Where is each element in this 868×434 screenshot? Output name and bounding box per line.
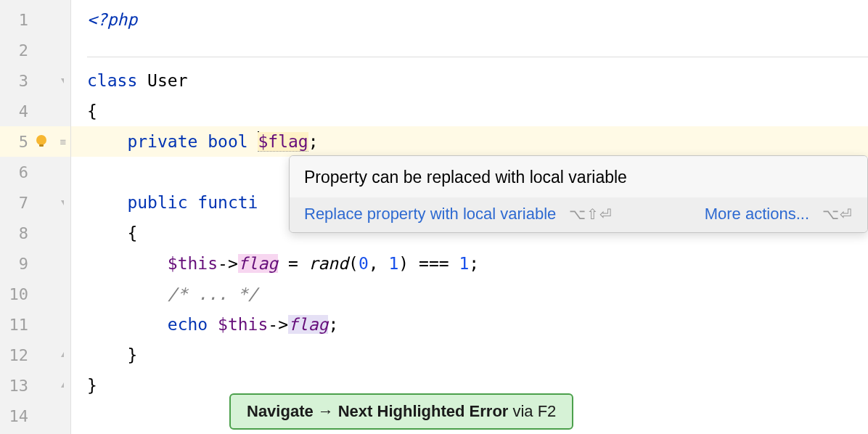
replace-property-action[interactable]: Replace property with local variable [304,205,556,224]
operator: === [409,254,459,273]
brace: } [87,376,97,395]
fold-close-icon[interactable] [59,380,69,390]
svg-point-0 [36,135,46,145]
line-number: 10 [0,279,70,309]
number: 1 [388,254,398,273]
hint-shortcut: via F2 [512,402,556,421]
line-number: 11 [0,309,70,340]
intention-bulb-icon[interactable] [33,134,49,150]
line-number: 3 [0,65,70,96]
brace: { [87,102,97,120]
code-line[interactable]: { [71,96,868,126]
tooltip-title: Property can be replaced with local vari… [290,156,867,197]
paren: ) [398,254,409,273]
arrow: -> [218,254,238,273]
keyword: class [87,71,137,90]
code-line[interactable]: /* ... */ [71,279,868,309]
operator: = [278,254,308,273]
punct: ; [328,315,338,334]
keyword: functi [197,193,258,212]
code-line[interactable]: $this->flag = rand(0, 1) === 1; [71,248,868,279]
fold-close-icon[interactable] [59,350,69,360]
shortcut-label: ⌥⇧⏎ [569,205,613,223]
line-number: 8 [0,218,70,248]
intention-menu-icon[interactable]: ≡ [60,136,66,147]
svg-rect-1 [39,144,44,147]
number: 1 [459,254,469,273]
property-highlighted: flag [238,254,278,273]
code-line[interactable]: echo $this->flag; [71,309,868,340]
line-number: 14 [0,401,70,431]
variable: $this [218,315,268,334]
variable-highlighted: $flag [258,132,308,152]
line-number: 4 [0,96,70,126]
arrow-right-icon: → [318,402,334,421]
php-open-tag: <?php [87,10,137,29]
function-call: rand [308,254,348,273]
fold-open-icon[interactable] [59,75,69,86]
code-line[interactable]: class User [71,65,868,96]
line-number: 6 [0,157,70,187]
shortcut-label: ⌥⏎ [822,205,853,223]
line-number: 7 [0,187,70,218]
fold-open-icon[interactable] [59,197,69,208]
navigation-hint-banner: Navigate → Next Highlighted Error via F2 [229,393,573,430]
tooltip-actions: Replace property with local variable ⌥⇧⏎… [290,197,867,232]
brace: } [127,345,137,364]
line-number: 5 ≡ [0,126,70,157]
line-number: 1 [0,4,70,35]
line-number: 2 [0,35,70,65]
punct: ; [308,132,319,151]
more-actions-link[interactable]: More actions... [705,205,809,224]
line-number: 12 [0,340,70,370]
comment: /* ... */ [168,284,258,303]
hint-action: Next Highlighted Error [338,402,509,421]
keyword: echo [168,315,208,334]
comma: , [369,254,389,273]
line-number: 9 [0,248,70,279]
variable: $this [168,254,218,273]
code-line[interactable] [71,35,868,65]
brace: { [127,224,137,242]
line-number: 13 [0,370,70,401]
keyword: private [127,132,197,151]
code-line-current[interactable]: private bool $flag; [71,126,868,157]
keyword: bool [208,132,247,151]
punct: ; [469,254,479,273]
hint-nav: Navigate [247,402,314,421]
code-line[interactable]: } [71,340,868,370]
keyword: public [127,193,187,212]
property-highlighted: flag [288,315,328,334]
class-name: User [147,71,187,90]
number: 0 [359,254,369,273]
inspection-tooltip: Property can be replaced with local vari… [289,155,868,233]
gutter: 1 2 3 4 5 ≡ 6 7 8 9 10 11 12 [0,0,71,434]
arrow: -> [268,315,288,334]
code-line[interactable]: <?php [71,4,868,35]
paren: ( [348,254,359,273]
